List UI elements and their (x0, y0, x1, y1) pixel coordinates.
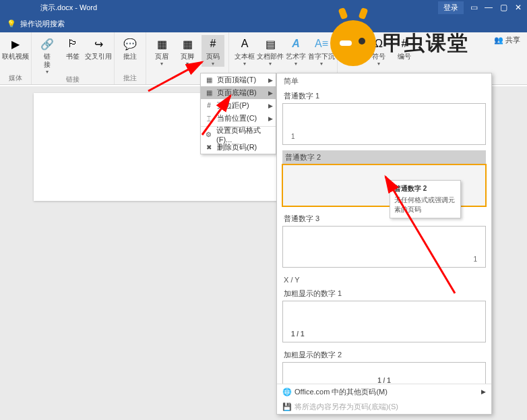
comment-button[interactable]: 💬 批注 (119, 35, 142, 61)
dropcap-button[interactable]: A≡ 首字下沉 ▾ (310, 35, 333, 67)
bookmark-button[interactable]: 🏳 书签 (61, 35, 84, 75)
chevron-right-icon: ▶ (268, 77, 273, 84)
menu-remove-page-numbers[interactable]: ✖ 删除页码(R) (201, 141, 276, 154)
window-title: 演示.docx - Word (40, 3, 97, 13)
chevron-right-icon: ▶ (268, 115, 273, 122)
page-bottom-icon: ▦ (204, 89, 214, 96)
remove-icon: ✖ (204, 144, 214, 151)
gallery-item-plain-1[interactable]: 1 (282, 103, 486, 145)
mascot-icon (330, 20, 376, 66)
online-video-button[interactable]: ▶ 联机视频 (4, 35, 27, 61)
chevron-right-icon: ▶ (268, 90, 273, 96)
gallery-section-simple: 简单 (282, 73, 486, 89)
link-icon: 🔗 (40, 36, 55, 51)
tooltip-body: 无任何格式或强调元素的页码 (394, 196, 456, 214)
hyperlink-button[interactable]: 🔗 链 接 ▾ (36, 35, 59, 75)
quickparts-button[interactable]: ▤ 文档部件 ▾ (259, 35, 282, 67)
globe-icon: 🌐 (282, 388, 294, 396)
dropcap-icon: A≡ (314, 36, 329, 51)
page-top-icon: ▦ (204, 76, 214, 84)
header-button[interactable]: ▦ 页眉 ▾ (150, 35, 173, 67)
page-number-icon: # (206, 36, 220, 51)
comment-icon: 💬 (123, 36, 137, 51)
gallery-item-bold-1[interactable]: 1 / 1 (282, 301, 486, 342)
share-icon: 👥 (494, 36, 503, 44)
gallery-section-xy: X / Y (282, 273, 486, 287)
close-icon[interactable]: ✕ (514, 3, 523, 12)
minimize-icon[interactable]: — (484, 3, 493, 12)
textbox-icon: A (237, 36, 252, 51)
tooltip-title: 普通数字 2 (394, 184, 456, 193)
format-icon: ⚙ (204, 131, 214, 138)
chevron-right-icon: ▶ (481, 388, 486, 395)
cross-ref-icon: ↪ (91, 36, 106, 51)
textbox-button[interactable]: A 文本框 ▾ (233, 35, 256, 67)
page-number-dropdown: ▦ 页面顶端(T) ▶ ▦ 页面底端(B) ▶ # 页边距(P) ▶ ⌶ 当前位… (200, 73, 276, 154)
save-icon: 💾 (282, 402, 294, 411)
ribbon-display-icon[interactable]: ▭ (469, 3, 478, 12)
page-number-gallery: 简单 普通数字 1 1 普通数字 2 普通数字 3 1 X / Y 加粗显示的数… (276, 73, 492, 415)
cursor-icon: ⌶ (204, 115, 214, 122)
page-margin-icon: # (204, 102, 214, 109)
gallery-save-selection: 💾 将所选内容另存为页码(底端)(S) (277, 399, 491, 414)
menu-page-top[interactable]: ▦ 页面顶端(T) ▶ (201, 73, 276, 86)
footer-icon: ▦ (180, 36, 195, 51)
page-number-button[interactable]: # 页码 ▾ (202, 35, 224, 67)
header-icon: ▦ (154, 36, 169, 51)
menu-page-bottom[interactable]: ▦ 页面底端(B) ▶ (201, 86, 276, 99)
tooltip: 普通数字 2 无任何格式或强调元素的页码 (390, 180, 461, 218)
wordart-icon: A (288, 36, 303, 51)
ribbon-group-media: ▶ 联机视频 媒体 (0, 32, 32, 84)
ribbon-group-comments: 💬 批注 批注 (115, 32, 146, 84)
gallery-item-bold-2[interactable]: 1 / 1 (282, 362, 486, 384)
chevron-right-icon: ▶ (268, 102, 273, 109)
parts-icon: ▤ (263, 36, 278, 51)
maximize-icon[interactable]: ▢ (499, 3, 508, 12)
ribbon-group-links: 🔗 链 接 ▾ 🏳 书签 ↪ 交叉引用 链接 (32, 32, 115, 84)
lightbulb-icon: 💡 (7, 20, 16, 28)
login-button[interactable]: 登录 (438, 1, 464, 14)
gallery-scroll[interactable]: 简单 普通数字 1 1 普通数字 2 普通数字 3 1 X / Y 加粗显示的数… (277, 73, 491, 384)
bookmark-icon: 🏳 (65, 36, 80, 51)
menu-format-page-numbers[interactable]: ⚙ 设置页码格式(F)... (201, 128, 276, 141)
cross-ref-button[interactable]: ↪ 交叉引用 (87, 35, 110, 75)
watermark-logo: 甲虫课堂 (330, 20, 469, 66)
share-button[interactable]: 👥 共享 (487, 32, 527, 84)
search-placeholder: 操作说明搜索 (20, 19, 65, 29)
menu-page-margin[interactable]: # 页边距(P) ▶ (201, 99, 276, 112)
video-icon: ▶ (8, 36, 23, 51)
gallery-more-office[interactable]: 🌐 Office.com 中的其他页码(M) ▶ (277, 384, 491, 399)
wordart-button[interactable]: A 艺术字 ▾ (284, 35, 307, 67)
footer-button[interactable]: ▦ 页脚 ▾ (176, 35, 199, 67)
gallery-item-plain-3[interactable]: 1 (282, 226, 486, 268)
title-bar: 演示.docx - Word 登录 ▭ — ▢ ✕ (0, 0, 527, 15)
menu-current-position[interactable]: ⌶ 当前位置(C) ▶ (201, 112, 276, 125)
